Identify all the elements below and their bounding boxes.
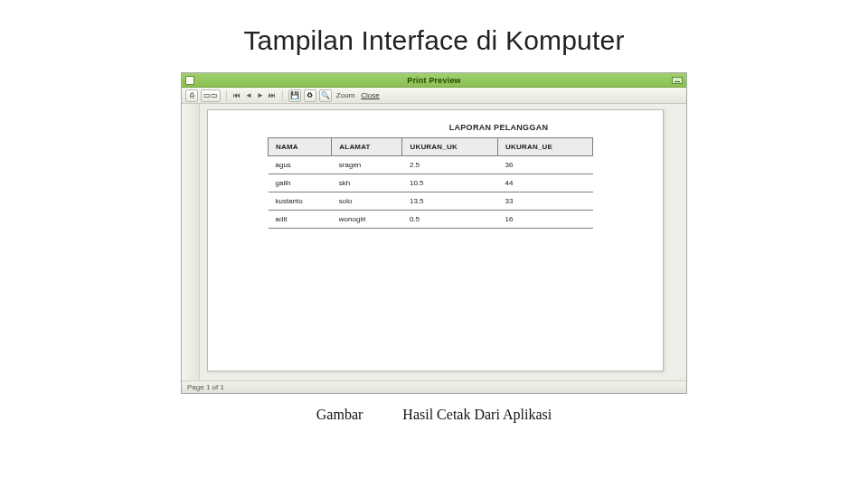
disk-icon: 💾 — [290, 92, 299, 99]
table-header-row: NAMA ALAMAT UKURAN_UK UKURAN_UE — [269, 138, 593, 156]
refresh-button[interactable]: ♻ — [304, 89, 316, 102]
print-preview-window: Print Preview ⎙ ▭▭ ⏮ ◄ ► ⏭ 💾 ♻ 🔍 Zoom Cl… — [181, 72, 687, 394]
cell-uk: 13.5 — [402, 192, 498, 211]
nav-next-icon[interactable]: ► — [256, 91, 265, 99]
col-uk: UKURAN_UK — [402, 138, 498, 156]
preview-workspace: LAPORAN PELANGGAN NAMA ALAMAT UKURAN_UK … — [182, 104, 686, 380]
zoom-button[interactable]: 🔍 — [319, 89, 332, 102]
close-preview-link[interactable]: Close — [361, 91, 379, 99]
cell-alamat: solo — [332, 192, 402, 211]
cell-nama: adit — [269, 211, 332, 229]
col-alamat: ALAMAT — [332, 138, 402, 156]
vertical-tabstrip — [182, 104, 200, 380]
cell-alamat: wonogiri — [332, 211, 402, 229]
report-page: LAPORAN PELANGGAN NAMA ALAMAT UKURAN_UK … — [207, 109, 664, 371]
table-row: agus sragen 2.5 36 — [269, 156, 593, 174]
nav-prev-icon[interactable]: ◄ — [244, 91, 253, 99]
nav-last-icon[interactable]: ⏭ — [268, 91, 277, 99]
col-nama: NAMA — [269, 138, 332, 156]
window-titlebar: Print Preview — [182, 73, 686, 88]
magnifier-icon: 🔍 — [321, 92, 330, 99]
cell-ue: 16 — [498, 211, 593, 229]
table-row: adit wonogiri 0.5 16 — [269, 211, 593, 229]
page-status: Page 1 of 1 — [187, 383, 224, 391]
page-icon: ▭▭ — [203, 92, 218, 99]
recycle-icon: ♻ — [307, 92, 313, 99]
table-row: kustanto solo 13.5 33 — [269, 192, 593, 211]
cell-ue: 44 — [498, 174, 593, 192]
caption-text: Hasil Cetak Dari Aplikasi — [402, 407, 552, 422]
report-table: NAMA ALAMAT UKURAN_UK UKURAN_UE agus sra… — [268, 137, 593, 229]
cell-nama: galih — [269, 174, 332, 192]
cell-ue: 33 — [498, 192, 593, 211]
slide-title: Tampilan Interface di Komputer — [0, 0, 868, 67]
cell-nama: kustanto — [269, 192, 332, 211]
table-row: galih skh 10.5 44 — [269, 174, 593, 192]
cell-nama: agus — [269, 156, 332, 174]
minimize-button[interactable] — [672, 77, 683, 84]
cell-uk: 10.5 — [402, 174, 498, 192]
figure-caption: Gambar Hasil Cetak Dari Aplikasi — [0, 407, 868, 423]
separator — [282, 90, 283, 101]
printer-icon: ⎙ — [190, 92, 194, 99]
cell-alamat: skh — [332, 174, 402, 192]
toolbar: ⎙ ▭▭ ⏮ ◄ ► ⏭ 💾 ♻ 🔍 Zoom Close — [182, 88, 686, 104]
export-button[interactable]: 💾 — [288, 89, 301, 102]
nav-first-icon[interactable]: ⏮ — [232, 91, 241, 99]
cell-uk: 2.5 — [402, 156, 498, 174]
col-ue: UKURAN_UE — [498, 138, 593, 156]
window-title: Print Preview — [182, 76, 686, 85]
report-title: LAPORAN PELANGGAN — [353, 123, 645, 132]
cell-uk: 0.5 — [402, 211, 498, 229]
cell-alamat: sragen — [332, 156, 402, 174]
caption-label: Gambar — [316, 407, 363, 422]
status-bar: Page 1 of 1 — [182, 380, 686, 393]
zoom-label: Zoom — [336, 91, 354, 99]
print-button[interactable]: ⎙ — [185, 89, 198, 102]
page-layout-button[interactable]: ▭▭ — [201, 89, 221, 102]
cell-ue: 36 — [498, 156, 593, 174]
separator — [226, 90, 227, 101]
paper-viewport[interactable]: LAPORAN PELANGGAN NAMA ALAMAT UKURAN_UK … — [200, 104, 686, 380]
